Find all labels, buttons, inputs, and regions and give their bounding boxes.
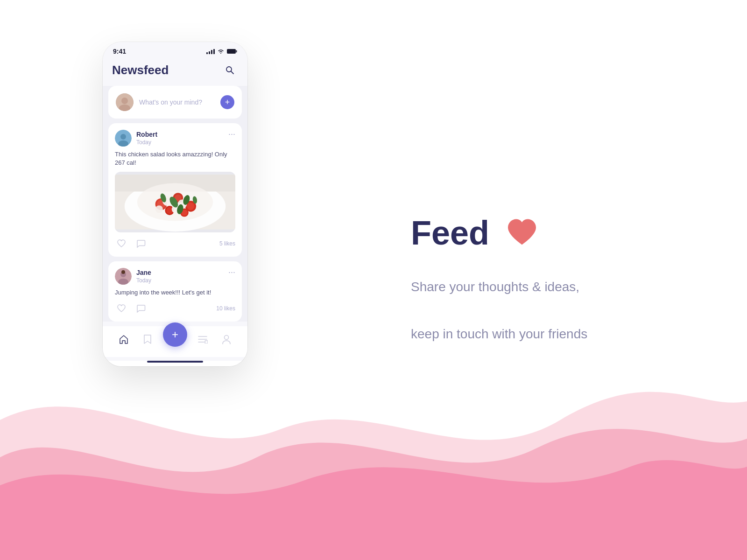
post-username-jane: Jane <box>136 269 151 276</box>
likes-count-robert: 5 likes <box>219 240 235 247</box>
svg-rect-0 <box>227 49 236 54</box>
post-user-info-robert: Robert Today <box>115 130 157 147</box>
post-more-button-robert[interactable]: ··· <box>228 130 235 138</box>
composer-avatar-image <box>116 93 134 111</box>
post-action-buttons-jane <box>115 302 148 315</box>
post-image-robert <box>115 172 235 232</box>
post-avatar-jane <box>115 268 132 285</box>
composer-avatar <box>116 93 134 111</box>
post-header-robert: Robert Today ··· <box>115 130 235 147</box>
post-user-details-jane: Jane Today <box>136 269 151 284</box>
feed-title-row: Feed <box>411 214 587 252</box>
status-bar: 9:41 <box>103 42 247 58</box>
wifi-icon <box>217 49 225 54</box>
app-header: Newsfeed <box>103 58 247 86</box>
feed-heading: Feed <box>411 214 489 252</box>
feed-content: What's on your mind? + <box>103 86 247 322</box>
svg-point-36 <box>121 270 125 274</box>
like-button-jane[interactable] <box>115 302 128 315</box>
post-time-robert: Today <box>136 139 157 146</box>
search-button[interactable] <box>221 62 238 78</box>
avatar-jane-image <box>115 268 132 285</box>
phone-mockup: 9:41 Newsfe <box>103 42 247 366</box>
svg-rect-40 <box>205 341 208 343</box>
feed-icon <box>197 335 208 343</box>
comment-outline-icon-jane <box>136 304 146 313</box>
post-user-info-jane: Jane Today <box>115 268 151 285</box>
post-card-jane: Jane Today ··· Jumping into the week!!! … <box>108 261 242 321</box>
status-icons <box>206 49 237 54</box>
signal-bars-icon <box>206 49 215 54</box>
post-more-button-jane[interactable]: ··· <box>228 268 235 276</box>
home-indicator <box>147 361 203 363</box>
phone-frame: 9:41 Newsfe <box>103 42 247 366</box>
food-image-svg <box>115 172 235 232</box>
heart-icon <box>503 214 541 252</box>
svg-point-5 <box>121 98 128 104</box>
feed-subtitle: Share your thoughts & ideas, keep in tou… <box>411 275 587 346</box>
post-username-robert: Robert <box>136 131 157 138</box>
post-header-jane: Jane Today ··· <box>115 268 235 285</box>
bookmark-icon <box>143 334 152 344</box>
avatar-robert-image <box>115 130 132 147</box>
svg-point-41 <box>224 335 228 339</box>
battery-icon <box>227 49 237 54</box>
status-time: 9:41 <box>113 48 126 55</box>
post-action-buttons-robert <box>115 237 148 250</box>
likes-count-jane: 10 likes <box>216 305 235 312</box>
post-user-details-robert: Robert Today <box>136 131 157 146</box>
svg-rect-1 <box>236 50 237 53</box>
like-button-robert[interactable] <box>115 237 128 250</box>
post-actions-jane: 10 likes <box>115 302 235 315</box>
svg-point-19 <box>187 203 194 210</box>
svg-point-8 <box>120 134 126 140</box>
nav-profile-button[interactable] <box>218 331 235 348</box>
right-panel: Feed Share your thoughts & ideas, keep i… <box>411 214 587 346</box>
comment-outline-icon <box>136 239 146 248</box>
profile-icon <box>222 334 231 344</box>
nav-home-button[interactable] <box>115 331 132 348</box>
home-indicator-container <box>103 361 247 366</box>
post-actions-robert: 5 likes <box>115 237 235 250</box>
svg-point-27 <box>155 206 163 213</box>
svg-line-3 <box>231 71 233 74</box>
composer-placeholder: What's on your mind? <box>139 98 215 106</box>
heart-outline-icon <box>117 239 126 248</box>
nav-feed-button[interactable] <box>194 331 211 348</box>
post-avatar-robert <box>115 130 132 147</box>
comment-button-robert[interactable] <box>134 237 148 250</box>
composer-add-button[interactable]: + <box>220 95 234 109</box>
nav-bookmark-button[interactable] <box>139 331 156 348</box>
home-icon <box>119 334 129 344</box>
comment-button-jane[interactable] <box>134 302 148 315</box>
search-icon <box>225 65 234 75</box>
app-title: Newsfeed <box>112 63 169 77</box>
post-text-jane: Jumping into the week!!! Let's get it! <box>115 288 235 297</box>
nav-add-button[interactable]: + <box>163 322 187 347</box>
post-card-robert: Robert Today ··· This chicken salad look… <box>108 123 242 257</box>
bottom-nav: + <box>103 326 247 357</box>
svg-point-2 <box>226 67 232 72</box>
heart-outline-icon-jane <box>117 304 126 313</box>
post-time-jane: Today <box>136 277 151 284</box>
post-text-robert: This chicken salad looks amazzzing! Only… <box>115 150 235 167</box>
post-composer[interactable]: What's on your mind? + <box>108 86 242 119</box>
